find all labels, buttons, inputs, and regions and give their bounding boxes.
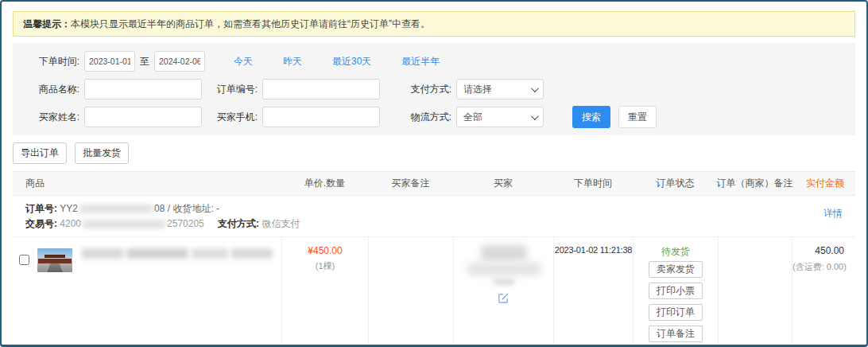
header-paid-amount: 实付金额 (792, 177, 855, 190)
notice-label: 温馨提示： (23, 18, 71, 29)
batch-ship-button[interactable]: 批量发货 (75, 142, 129, 164)
date-from-input[interactable] (84, 51, 135, 72)
price-qty-cell: ¥450.00 (1棵) (281, 237, 368, 347)
order-meta: 订单号: YY208 / 收货地址: - 交易号: 42002570205 支付… (13, 196, 855, 237)
print-receipt-button[interactable]: 打印小票 (649, 283, 703, 299)
pay-method-meta-value: 微信支付 (262, 218, 300, 229)
quick-filter-yesterday[interactable]: 昨天 (283, 55, 302, 68)
unit-price: ¥450.00 (282, 245, 368, 256)
order-no-input[interactable] (262, 79, 380, 99)
redacted-order-no (79, 205, 153, 213)
order-management-panel: 温馨提示：本模块只显示最近半年的商品订单，如需查看其他历史订单请前往“历史订单”… (0, 0, 868, 347)
order-no-label: 订单编号: (211, 83, 258, 96)
buyer-phone-label: 买家手机: (211, 111, 258, 124)
order-no-prefix: YY2 (60, 203, 78, 214)
order-toolbar: 导出订单 批量发货 (13, 142, 855, 164)
export-orders-button[interactable]: 导出订单 (13, 142, 67, 164)
address-label: 收货地址: (172, 203, 213, 214)
paid-amount: 450.00 (792, 245, 844, 256)
order-status-cell: 待发货 卖家发货 打印小票 打印订单 订单备注 (633, 237, 718, 347)
reset-button[interactable]: 重置 (618, 106, 657, 128)
order-detail-link[interactable]: 详情 (823, 206, 843, 221)
pay-method-select[interactable]: 请选择 (456, 79, 544, 99)
date-to-input[interactable] (154, 51, 205, 72)
chevron-down-icon (531, 84, 539, 92)
filter-row-time: 下单时间: 至 今天 昨天 最近30天 最近半年 (29, 51, 855, 72)
address-value: - (216, 203, 219, 214)
print-order-button[interactable]: 打印订单 (649, 304, 703, 321)
order-time-label: 下单时间: (29, 55, 79, 68)
order-no-suffix: 08 (154, 203, 165, 214)
trade-no-prefix: 4200 (60, 218, 81, 229)
redacted-product-title (82, 248, 276, 259)
date-range-separator: 至 (140, 55, 149, 68)
order-no-meta-label: 订单号: (25, 203, 57, 214)
product-name-label: 商品名称: (29, 83, 79, 96)
order-time-cell: 2023-01-02 11:21:38 (553, 237, 633, 347)
order-group: 订单号: YY208 / 收货地址: - 交易号: 42002570205 支付… (13, 196, 855, 347)
buyer-note-cell (368, 237, 453, 347)
redacted-trade-no (83, 220, 165, 228)
quantity: (1棵) (282, 260, 368, 272)
product-cell (13, 237, 281, 347)
quick-filter-30days[interactable]: 最近30天 (332, 55, 371, 68)
product-name-input[interactable] (84, 79, 202, 99)
order-meta-line1: 订单号: YY208 / 收货地址: - (25, 201, 843, 216)
pay-method-meta-label: 支付方式: (218, 218, 259, 229)
quick-filter-today[interactable]: 今天 (234, 55, 253, 68)
logistics-label: 物流方式: (405, 111, 451, 124)
merchant-note-cell (718, 237, 792, 347)
header-order-time: 下单时间 (553, 177, 633, 190)
thumbnail-beam-shape (38, 259, 72, 263)
order-time: 2023-01-02 11:21:38 (555, 245, 633, 255)
order-meta-line2: 交易号: 42002570205 支付方式: 微信支付 (25, 216, 843, 232)
header-merchant-note: 订单（商家）备注 (718, 177, 792, 190)
freight-info: (含运费: 0.00) (792, 261, 844, 273)
buyer-name-input[interactable] (84, 107, 202, 127)
chevron-down-icon (531, 112, 539, 120)
thumbnail-roof-shape (45, 255, 65, 258)
filter-row-2: 商品名称: 订单编号: 支付方式: 请选择 (29, 79, 855, 99)
buyer-name-label: 买家姓名: (29, 111, 79, 124)
logistics-select[interactable]: 全部 (456, 107, 544, 127)
edit-buyer-icon[interactable] (498, 292, 510, 306)
orders-table-header: 商品 单价.数量 买家备注 买家 下单时间 订单状态 订单（商家）备注 实付金额 (13, 171, 855, 196)
status-badge: 待发货 (634, 245, 718, 257)
quick-filter-half-year[interactable]: 最近半年 (401, 55, 440, 68)
trade-no-label: 交易号: (25, 218, 57, 229)
thumbnail-road-shape (47, 263, 62, 272)
seller-ship-button[interactable]: 卖家发货 (649, 261, 703, 278)
header-order-status: 订单状态 (633, 177, 718, 190)
buyer-cell (453, 237, 553, 347)
redacted-buyer-name (481, 245, 527, 261)
pay-method-label: 支付方式: (405, 83, 451, 96)
order-note-button[interactable]: 订单备注 (649, 326, 703, 342)
order-select-checkbox[interactable] (19, 255, 29, 265)
pay-method-selected-value: 请选择 (463, 83, 492, 96)
logistics-selected-value: 全部 (463, 111, 482, 124)
product-thumbnail (37, 248, 72, 272)
buyer-phone-input[interactable] (262, 107, 380, 127)
trade-no-suffix: 2570205 (167, 218, 204, 229)
notice-bar: 温馨提示：本模块只显示最近半年的商品订单，如需查看其他历史订单请前往“历史订单”… (13, 11, 855, 37)
header-product: 商品 (13, 177, 281, 190)
notice-text: 本模块只显示最近半年的商品订单，如需查看其他历史订单请前往“历史订单”中查看。 (71, 18, 430, 29)
header-price-qty: 单价.数量 (281, 177, 368, 190)
search-button[interactable]: 搜索 (572, 106, 610, 128)
header-buyer-note: 买家备注 (368, 177, 453, 190)
meta-separator: / (168, 203, 170, 214)
filter-panel: 下单时间: 至 今天 昨天 最近30天 最近半年 商品名称: 订单编号: 支付方… (13, 43, 855, 135)
filter-row-3: 买家姓名: 买家手机: 物流方式: 全部 搜索 重置 (29, 107, 855, 127)
redacted-buyer-info-small (494, 279, 514, 285)
header-buyer: 买家 (453, 177, 553, 190)
redacted-buyer-info (467, 263, 541, 275)
paid-amount-cell: 450.00 (含运费: 0.00) (792, 237, 855, 347)
order-row: ¥450.00 (1棵) 2023-01-02 11:21:38 (13, 237, 855, 347)
